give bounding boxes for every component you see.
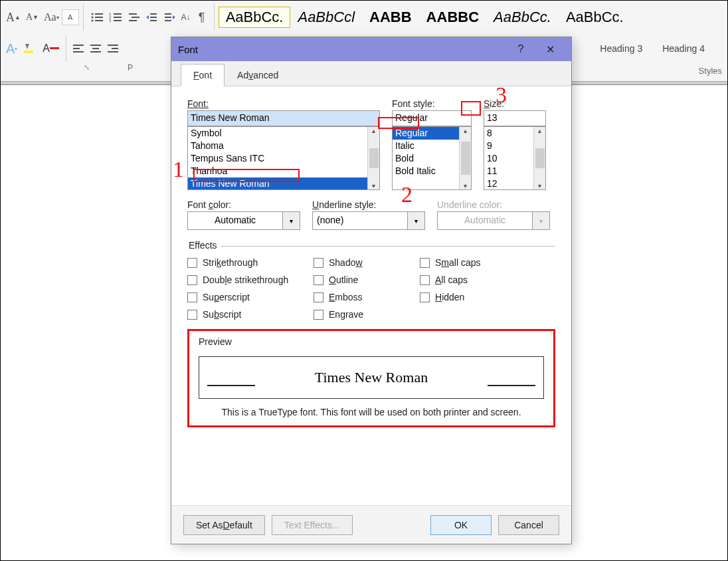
highlight-icon[interactable] [20,39,40,58]
chk-shadow[interactable]: Shadow [314,257,420,268]
font-color-combo[interactable]: Automatic ▾ [187,211,300,230]
chk-emboss[interactable]: Emboss [314,292,420,302]
svg-rect-30 [90,51,101,53]
cancel-button[interactable]: Cancel [498,515,559,535]
chk-sub[interactable]: Subscript [187,309,314,320]
svg-marker-22 [173,15,175,19]
chevron-down-icon: ▾ [533,211,550,230]
svg-rect-17 [150,20,157,21]
preview-text: Times New Roman [315,369,428,386]
preview-group: Preview Times New Roman This is a TrueTy… [187,329,555,427]
svg-rect-26 [73,48,80,49]
size-listbox[interactable]: 8 9 10 11 12 ▴▾ [484,126,546,190]
tab-advanced[interactable]: Advanced [225,64,291,86]
chk-hidden[interactable]: Hidden [420,292,526,302]
style-sample: AaBbCcl [298,9,355,25]
style-listbox[interactable]: Regular Italic Bold Bold Italic ▴▾ [392,126,472,190]
svg-rect-25 [73,45,84,46]
svg-rect-9 [114,17,122,18]
tab-font[interactable]: Font [181,64,225,86]
numbering-icon[interactable]: 123 [106,8,125,27]
chk-engrave[interactable]: Engrave [314,309,420,320]
list-item-selected[interactable]: Regular [393,127,459,140]
list-item[interactable]: 9 [484,140,533,152]
bullets-icon[interactable] [88,8,106,27]
scrollbar[interactable]: ▴▾ [459,127,471,189]
style-item-1[interactable]: AaBbCcl [290,7,362,28]
list-item[interactable]: Tempus Sans ITC [188,152,367,165]
text-effects-button: Text Effects... [272,515,353,535]
align-center-icon[interactable] [88,39,105,58]
style-item-2[interactable]: AABB [362,7,419,28]
list-item[interactable]: Tahoma [188,140,367,152]
style-sample: AaBbCc. [494,9,551,25]
style-item-5[interactable]: AaBbCc. [559,7,631,28]
svg-rect-31 [108,45,118,46]
scrollbar[interactable]: ▴▾ [533,127,545,189]
style-item-3[interactable]: AABBC [419,7,486,28]
font-color-icon[interactable]: A [40,39,62,58]
underline-style-label: Underline style: [312,199,425,210]
chk-smallcaps[interactable]: Small caps [420,257,526,268]
list-item[interactable]: Thanhoa [188,165,367,177]
align-right-icon[interactable] [105,39,122,58]
svg-rect-14 [129,20,137,21]
svg-marker-18 [146,15,149,19]
font-color-value: Automatic [187,211,283,230]
svg-point-4 [91,20,93,22]
style-input[interactable]: Regular [392,110,472,126]
font-listbox[interactable]: Symbol Tahoma Tempus Sans ITC Thanhoa Ti… [187,126,380,190]
style-gallery: AaBbCc. AaBbCcl AABB AABBC AaBbCc. AaBbC… [219,7,631,28]
list-item[interactable]: Bold [393,152,459,165]
svg-rect-29 [92,48,99,49]
list-item[interactable]: Symbol [188,127,367,140]
heading3-label[interactable]: Heading 3 [600,43,662,54]
set-default-button[interactable]: Set As Default [183,515,265,535]
list-item[interactable]: 8 [484,127,533,140]
chk-strikethrough[interactable]: Strikethrough [187,257,314,268]
style-item-4[interactable]: AaBbCc. [486,7,559,28]
list-item[interactable]: 10 [484,152,533,165]
help-button[interactable]: ? [506,38,535,60]
pilcrow-icon[interactable]: ¶ [194,8,210,27]
increase-indent-icon[interactable] [161,8,178,27]
size-input[interactable]: 13 [484,110,546,126]
dialog-titlebar[interactable]: Font ? ✕ [171,37,571,61]
svg-rect-33 [108,51,118,53]
list-item[interactable]: Italic [393,140,459,152]
shrink-font-icon[interactable]: A▼ [23,8,41,27]
list-item[interactable]: 12 [484,177,533,190]
text-effects-icon[interactable]: A▾ [3,39,20,58]
sort-icon[interactable]: A↓ [178,8,194,27]
close-button[interactable]: ✕ [535,38,565,60]
scrollbar[interactable]: ▴▾ [367,127,379,189]
list-item[interactable]: Bold Italic [393,165,459,177]
svg-rect-20 [165,17,171,18]
decrease-indent-icon[interactable] [143,8,161,27]
style-item-0[interactable]: AaBbCc. [219,7,291,28]
heading4-label[interactable]: Heading 4 [662,43,725,54]
svg-rect-13 [132,17,139,18]
ok-button[interactable]: OK [430,515,492,535]
grow-font-icon[interactable]: A▲ [3,8,23,27]
chk-dblstrike[interactable]: Double strikethrough [187,275,314,285]
underline-style-combo[interactable]: (none) ▾ [312,211,425,230]
change-case-icon[interactable]: Aa▾ [41,8,62,27]
svg-rect-12 [129,13,137,15]
style-sample: AaBbCc. [566,9,624,25]
svg-rect-23 [24,51,33,53]
font-input[interactable]: Times New Roman [187,110,380,126]
svg-rect-28 [90,45,101,46]
chk-outline[interactable]: Outline [314,275,420,285]
svg-rect-15 [150,13,157,15]
list-item[interactable]: 11 [484,165,533,177]
multilevel-icon[interactable] [125,8,143,27]
align-left-icon[interactable] [70,39,88,58]
chevron-down-icon[interactable]: ▾ [408,211,425,230]
dialog-body: Font: Times New Roman Symbol Tahoma Temp… [171,86,571,505]
clear-format-icon[interactable]: A [62,9,79,25]
list-item-selected[interactable]: Times New Roman [188,177,367,190]
chevron-down-icon[interactable]: ▾ [283,211,300,230]
chk-allcaps[interactable]: All caps [420,275,526,285]
chk-super[interactable]: Superscript [187,292,314,302]
